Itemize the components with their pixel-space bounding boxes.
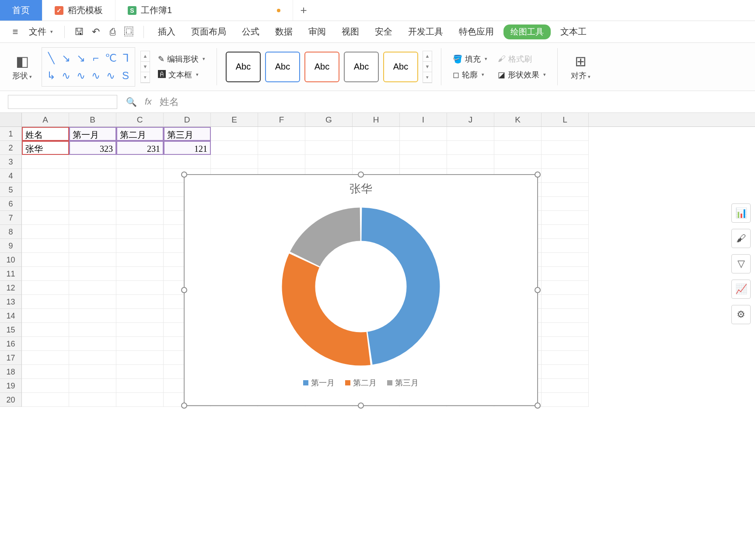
menu-dev-tools[interactable]: 开发工具 [402, 26, 449, 38]
cell[interactable] [22, 281, 69, 295]
line-icon[interactable]: S [119, 68, 132, 84]
row-header[interactable]: 8 [0, 225, 22, 239]
cell[interactable] [22, 351, 69, 365]
cell[interactable] [305, 141, 353, 155]
cell[interactable] [353, 141, 400, 155]
fill-button[interactable]: 🪣 填充▾ [450, 53, 490, 65]
cell[interactable] [542, 323, 589, 337]
undo-icon[interactable]: ↶ [89, 25, 102, 38]
fx-label[interactable]: fx [145, 97, 152, 107]
cell[interactable] [542, 393, 589, 407]
resize-handle[interactable] [535, 287, 541, 293]
scroll-more-icon[interactable]: ▾ [423, 72, 432, 83]
hamburger-icon[interactable]: ≡ [9, 25, 22, 38]
cell[interactable] [116, 351, 164, 365]
format-painter-button[interactable]: 🖌 格式刷 [495, 53, 549, 65]
cell[interactable] [22, 309, 69, 323]
cell[interactable] [116, 323, 164, 337]
row-header[interactable]: 10 [0, 253, 22, 267]
file-menu[interactable]: 文件 ▾ [25, 26, 56, 38]
cell[interactable] [353, 155, 400, 169]
line-icon[interactable]: ∿ [74, 68, 87, 84]
cell[interactable] [542, 295, 589, 309]
cell[interactable] [211, 155, 258, 169]
cell[interactable] [22, 239, 69, 253]
cell[interactable] [22, 183, 69, 197]
cell[interactable] [22, 323, 69, 337]
cell[interactable] [116, 295, 164, 309]
menu-special[interactable]: 特色应用 [453, 26, 500, 38]
chart-settings-button[interactable]: ⚙ [731, 305, 751, 324]
cell[interactable] [400, 141, 447, 155]
menu-review[interactable]: 审阅 [302, 26, 332, 38]
cell[interactable] [22, 225, 69, 239]
align-group[interactable]: ⊞ 对齐▾ [566, 43, 595, 91]
cell[interactable] [258, 141, 305, 155]
cell[interactable] [542, 169, 589, 183]
cell[interactable] [116, 253, 164, 267]
chart-elements-button[interactable]: 📊 [731, 203, 751, 223]
cell[interactable] [116, 225, 164, 239]
col-header[interactable]: F [258, 113, 305, 126]
resize-handle[interactable] [181, 402, 187, 409]
shape-effects-button[interactable]: ◪ 形状效果▾ [495, 69, 549, 81]
cell[interactable]: 张华 [22, 141, 69, 155]
resize-handle[interactable] [535, 172, 541, 178]
col-header[interactable]: I [400, 113, 447, 126]
col-header[interactable]: G [305, 113, 353, 126]
select-all-corner[interactable] [0, 113, 22, 126]
outline-button[interactable]: ◻ 轮廓▾ [450, 69, 490, 81]
shape-group[interactable]: ◧ 形状▾ [8, 43, 36, 91]
cell[interactable] [164, 155, 211, 169]
row-header[interactable]: 15 [0, 323, 22, 337]
cell[interactable] [116, 365, 164, 379]
scroll-up-icon[interactable]: ▲ [423, 51, 432, 62]
cell[interactable] [22, 337, 69, 351]
legend-item[interactable]: 第二月 [345, 378, 377, 388]
line-icon[interactable]: ∿ [89, 68, 102, 84]
cell[interactable] [542, 351, 589, 365]
line-icon[interactable]: ᒣ [119, 50, 132, 66]
menu-formula[interactable]: 公式 [236, 26, 266, 38]
menu-view[interactable]: 视图 [336, 26, 365, 38]
menu-security[interactable]: 安全 [369, 26, 398, 38]
cell[interactable] [69, 337, 116, 351]
cell[interactable] [69, 393, 116, 407]
cell[interactable] [542, 337, 589, 351]
cell[interactable] [69, 225, 116, 239]
shape-style-2[interactable]: Abc [265, 52, 300, 82]
cell[interactable] [542, 239, 589, 253]
cell[interactable] [305, 155, 353, 169]
cell[interactable]: 323 [69, 141, 116, 155]
cell[interactable] [22, 155, 69, 169]
cell[interactable]: 第一月 [69, 127, 116, 141]
line-icon[interactable]: ∿ [59, 68, 73, 84]
menu-drawing-tools[interactable]: 绘图工具 [503, 24, 551, 39]
cell[interactable] [258, 155, 305, 169]
cell[interactable] [116, 239, 164, 253]
row-header[interactable]: 19 [0, 379, 22, 393]
cell[interactable] [542, 253, 589, 267]
menu-data[interactable]: 数据 [269, 26, 299, 38]
line-icon[interactable]: ⌐ [89, 50, 102, 66]
print-preview-icon[interactable]: ⿴ [122, 25, 136, 38]
cell[interactable] [22, 169, 69, 183]
add-tab-button[interactable]: + [293, 0, 314, 21]
cell[interactable] [69, 267, 116, 281]
cell[interactable] [447, 127, 494, 141]
cell[interactable] [22, 197, 69, 211]
cell[interactable] [494, 155, 542, 169]
cell[interactable] [116, 155, 164, 169]
cell[interactable] [116, 379, 164, 393]
cell[interactable] [353, 127, 400, 141]
menu-insert[interactable]: 插入 [152, 26, 182, 38]
line-gallery[interactable]: ╲↘↘⌐℃ᒣ ↳∿∿∿∿S [42, 47, 135, 87]
cell[interactable]: 姓名 [22, 127, 69, 141]
row-header[interactable]: 3 [0, 155, 22, 169]
line-icon[interactable]: ╲ [45, 50, 58, 66]
cell[interactable] [542, 379, 589, 393]
cell[interactable] [22, 393, 69, 407]
row-header[interactable]: 17 [0, 351, 22, 365]
cell[interactable]: 第三月 [164, 127, 211, 141]
cell[interactable]: 第二月 [116, 127, 164, 141]
